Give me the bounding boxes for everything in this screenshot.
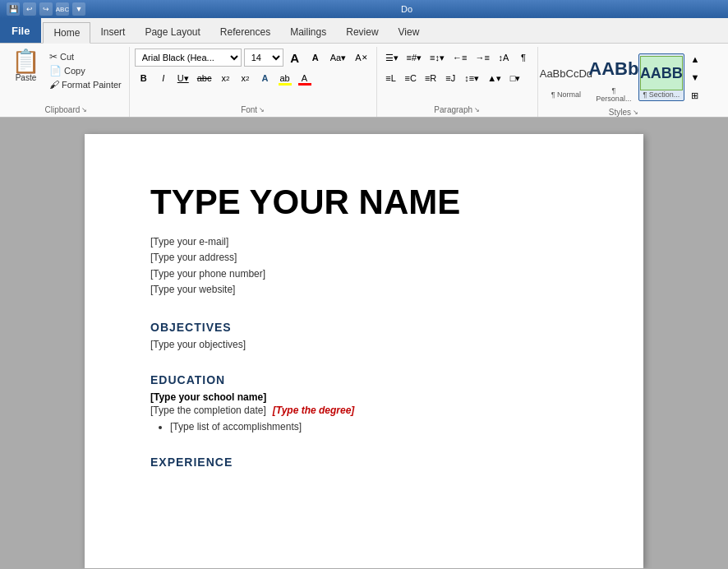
degree-field[interactable]: [Type the degree] — [273, 405, 355, 416]
format-painter-button[interactable]: 🖌 Format Painter — [47, 78, 124, 91]
style-normal-preview: AaBbCcDd — [545, 56, 587, 90]
spelling-icon[interactable]: ABC — [56, 2, 69, 16]
font-grow-button[interactable]: A — [286, 49, 304, 67]
strikethrough-button[interactable]: abc — [194, 69, 215, 87]
highlight-bar — [279, 83, 292, 86]
font-family-select[interactable]: Arial Black (Hea... — [135, 49, 242, 67]
font-color-button[interactable]: A — [296, 69, 314, 87]
highlight-color-button[interactable]: ab — [276, 69, 294, 87]
accomplishments-list[interactable]: [Type list of accomplishments] — [170, 421, 578, 433]
experience-heading: EXPERIENCE — [150, 456, 578, 469]
styles-expand-icon[interactable]: ↘ — [633, 109, 638, 116]
clear-formatting-button[interactable]: A ✕ — [352, 49, 371, 67]
objectives-content[interactable]: [Type your objectives] — [150, 339, 578, 350]
font-shrink-button[interactable]: A — [306, 49, 325, 67]
font-expand-icon[interactable]: ↘ — [259, 106, 265, 113]
change-case-button[interactable]: Aa▾ — [327, 49, 349, 67]
styles-expand[interactable]: ⊞ — [686, 86, 704, 104]
style-normal[interactable]: AaBbCcDd ¶ Normal — [543, 53, 589, 101]
tab-review[interactable]: Review — [336, 21, 388, 43]
clipboard-sub: ✂ Cut 📄 Copy 🖌 Format Painter — [47, 49, 124, 91]
redo-icon[interactable]: ↪ — [39, 2, 53, 16]
accomplishment-item[interactable]: [Type list of accomplishments] — [170, 421, 578, 433]
borders-button[interactable]: □▾ — [506, 69, 524, 87]
superscript-button[interactable]: x2 — [237, 69, 255, 87]
quick-access-toolbar: 💾 ↩ ↪ ABC ▼ — [7, 2, 85, 16]
styles-group-label[interactable]: Styles ↘ — [543, 106, 704, 119]
style-heading1[interactable]: AABb ¶ Personal... — [591, 49, 637, 105]
tab-page-layout[interactable]: Page Layout — [135, 21, 210, 43]
ribbon-tab-bar: File Home Insert Page Layout References … — [0, 18, 728, 43]
show-marks-button[interactable]: ¶ — [514, 49, 532, 67]
clear-format-icon: A — [355, 53, 361, 62]
cut-button[interactable]: ✂ Cut — [47, 50, 124, 63]
copy-icon: 📄 — [49, 65, 62, 76]
paragraph-expand-icon[interactable]: ↘ — [474, 106, 480, 113]
address-field[interactable]: [Type your address] — [150, 250, 578, 266]
styles-scroll-up[interactable]: ▲ — [686, 50, 704, 68]
font-size-select[interactable]: 14 — [244, 49, 283, 67]
text-effects-button[interactable]: A — [256, 69, 274, 87]
style-heading1-preview: AABb — [592, 52, 635, 86]
copy-label: Copy — [64, 66, 85, 76]
underline-button[interactable]: U▾ — [174, 69, 192, 87]
paste-icon: 📋 — [12, 50, 40, 73]
clipboard-group-label[interactable]: Clipboard ↘ — [8, 104, 124, 117]
styles-list: AaBbCcDd ¶ Normal AABb ¶ Personal... AAB… — [543, 49, 704, 106]
justify-button[interactable]: ≡J — [441, 69, 459, 87]
tab-home[interactable]: Home — [43, 22, 90, 44]
align-right-button[interactable]: ≡R — [422, 69, 440, 87]
paste-label: Paste — [16, 73, 37, 82]
increase-indent-button[interactable]: →≡ — [472, 49, 492, 67]
shading-button[interactable]: ▲▾ — [484, 69, 505, 87]
tab-view[interactable]: View — [389, 21, 430, 43]
sort-button[interactable]: ↕A — [495, 49, 513, 67]
undo-icon[interactable]: ↩ — [23, 2, 36, 16]
style-section[interactable]: AABB ¶ Section... — [638, 53, 684, 101]
font-group-label[interactable]: Font ↘ — [135, 104, 371, 117]
style-section-preview: AABB — [640, 56, 683, 90]
email-field[interactable]: [Type your e-mail] — [150, 234, 578, 250]
bold-button[interactable]: B — [135, 69, 153, 87]
paragraph-group: ☰▾ ≡#▾ ≡↕▾ ←≡ →≡ ↕A ¶ ≡L ≡C ≡R ≡J ↕≡▾ ▲▾ — [377, 47, 538, 117]
align-center-button[interactable]: ≡C — [402, 69, 420, 87]
resume-contact[interactable]: [Type your e-mail] [Type your address] [… — [150, 234, 578, 298]
format-painter-icon: 🖌 — [49, 79, 59, 90]
style-heading1-label: ¶ Personal... — [593, 86, 634, 103]
bullets-button[interactable]: ☰▾ — [382, 49, 402, 67]
styles-scroll-down[interactable]: ▼ — [686, 68, 704, 86]
customize-icon[interactable]: ▼ — [72, 2, 85, 16]
ribbon-content: 📋 Paste ✂ Cut 📄 Copy 🖌 Format Painter — [0, 43, 728, 117]
phone-field[interactable]: [Type your phone number] — [150, 266, 578, 282]
clipboard-expand-icon[interactable]: ↘ — [81, 106, 87, 113]
italic-button[interactable]: I — [154, 69, 173, 87]
styles-group: AaBbCcDd ¶ Normal AABb ¶ Personal... AAB… — [538, 47, 709, 117]
school-name[interactable]: [Type your school name] — [150, 391, 578, 403]
tab-references[interactable]: References — [210, 21, 280, 43]
align-left-button[interactable]: ≡L — [382, 69, 400, 87]
objectives-heading: OBJECTIVES — [150, 321, 578, 334]
subscript-button[interactable]: x2 — [217, 69, 235, 87]
save-icon[interactable]: 💾 — [7, 2, 20, 16]
paste-button[interactable]: 📋 Paste — [8, 49, 44, 84]
scissors-icon: ✂ — [49, 51, 58, 62]
copy-button[interactable]: 📄 Copy — [47, 64, 124, 77]
shading-icon: ▲ — [487, 73, 496, 83]
website-field[interactable]: [Type your website] — [150, 282, 578, 298]
multilevel-list-button[interactable]: ≡↕▾ — [426, 49, 448, 67]
decrease-indent-button[interactable]: ←≡ — [449, 49, 470, 67]
font-row2: B I U▾ abc x2 x2 A ab A — [135, 69, 314, 87]
tab-insert[interactable]: Insert — [90, 21, 135, 43]
paragraph-group-label[interactable]: Paragraph ↘ — [382, 104, 532, 117]
font-row1: Arial Black (Hea... 14 A A Aa▾ A ✕ — [135, 49, 371, 67]
resume-name[interactable]: TYPE YOUR NAME — [150, 183, 578, 221]
tab-mailings[interactable]: Mailings — [280, 21, 336, 43]
cut-label: Cut — [60, 52, 74, 62]
file-tab[interactable]: File — [0, 18, 41, 43]
line-spacing-button[interactable]: ↕≡▾ — [461, 69, 482, 87]
completion-date[interactable]: [Type the completion date] — [150, 405, 266, 416]
ribbon: File Home Insert Page Layout References … — [0, 18, 728, 118]
numbering-button[interactable]: ≡#▾ — [403, 49, 426, 67]
document-page[interactable]: TYPE YOUR NAME [Type your e-mail] [Type … — [85, 134, 643, 568]
font-color-bar — [298, 83, 311, 86]
